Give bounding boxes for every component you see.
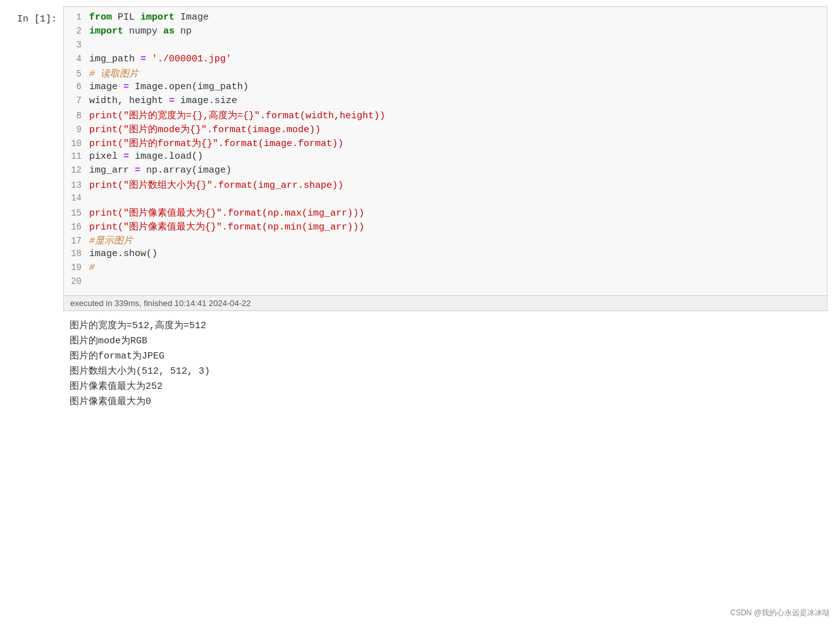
line-code <box>87 276 95 287</box>
code-cell: In [1]: 1from PIL import Image2import nu… <box>0 6 840 311</box>
line-code <box>87 193 95 204</box>
watermark: CSDN @我的心永远是冰冰哒 <box>730 608 830 618</box>
line-code: image = Image.open(img_path) <box>87 82 249 92</box>
line-code: print("图片的format为{}".format(image.format… <box>87 137 343 149</box>
plain-token: np.array(image) <box>140 165 232 176</box>
operator-token: = <box>169 95 175 106</box>
plain-token: Image <box>175 12 209 23</box>
line-number: 16 <box>64 222 87 232</box>
plain-token: image <box>89 82 123 92</box>
print-token: print("图片数组大小为{}".format(img_arr.shape)) <box>89 180 343 191</box>
code-line: 8print("图片的宽度为={},高度为={}".format(width,h… <box>64 109 827 123</box>
line-code: print("图片的mode为{}".format(image.mode)) <box>87 123 321 135</box>
plain-token <box>146 54 152 64</box>
code-line: 13print("图片数组大小为{}".format(img_arr.shape… <box>64 179 827 193</box>
operator-token: = <box>135 165 140 176</box>
line-number: 3 <box>64 40 87 50</box>
line-code: width, height = image.size <box>87 95 237 106</box>
keyword-token: from <box>89 12 112 23</box>
string-token: './000001.jpg' <box>152 54 232 64</box>
plain-token: PIL <box>112 12 140 23</box>
cell-content[interactable]: 1from PIL import Image2import numpy as n… <box>63 6 827 311</box>
code-line: 1from PIL import Image <box>64 12 827 26</box>
line-number: 11 <box>64 151 87 161</box>
print-token: print("图片像素值最大为{}".format(np.max(img_arr… <box>89 208 364 219</box>
operator-token: = <box>123 151 129 162</box>
line-code <box>87 40 95 51</box>
output-line: 图片的format为JPEG <box>70 349 834 364</box>
plain-token: image.size <box>175 95 237 106</box>
code-line: 5# 读取图片 <box>64 68 827 82</box>
line-code: img_path = './000001.jpg' <box>87 54 232 64</box>
code-line: 6image = Image.open(img_path) <box>64 82 827 95</box>
plain-token: img_path <box>89 54 140 64</box>
line-code: # 读取图片 <box>87 68 139 80</box>
comment-token: #显示图片 <box>89 236 133 247</box>
plain-token: np <box>175 26 192 37</box>
line-code: print("图片像素值最大为{}".format(np.min(img_arr… <box>87 221 364 233</box>
plain-token: pixel <box>89 151 123 162</box>
line-code: pixel = image.load() <box>87 151 203 162</box>
comment-token: # 读取图片 <box>89 69 139 80</box>
output-area: 图片的宽度为=512,高度为=512图片的mode为RGB图片的format为J… <box>0 311 840 417</box>
line-code: print("图片数组大小为{}".format(img_arr.shape)) <box>87 179 343 191</box>
code-line: 15print("图片像素值最大为{}".format(np.max(img_a… <box>64 207 827 221</box>
operator-token: = <box>123 82 129 92</box>
plain-token: image.show() <box>89 249 158 259</box>
line-code: img_arr = np.array(image) <box>87 165 232 176</box>
line-code: print("图片的宽度为={},高度为={}".format(width,he… <box>87 109 385 121</box>
code-line: 10print("图片的format为{}".format(image.form… <box>64 137 827 151</box>
line-number: 18 <box>64 249 87 259</box>
line-code: # <box>87 262 95 273</box>
cell-label: In [1]: <box>0 6 63 311</box>
line-number: 4 <box>64 54 87 64</box>
code-line: 7width, height = image.size <box>64 95 827 109</box>
line-number: 13 <box>64 180 87 190</box>
line-number: 2 <box>64 26 87 36</box>
line-number: 9 <box>64 125 87 135</box>
print-token: print("图片的mode为{}".format(image.mode)) <box>89 125 321 135</box>
line-number: 12 <box>64 165 87 175</box>
code-line: 17#显示图片 <box>64 235 827 249</box>
line-number: 7 <box>64 95 87 106</box>
line-number: 1 <box>64 12 87 22</box>
code-line: 12img_arr = np.array(image) <box>64 165 827 179</box>
print-token: print("图片的宽度为={},高度为={}".format(width,he… <box>89 111 385 121</box>
line-code: #显示图片 <box>87 235 133 247</box>
line-code: from PIL import Image <box>87 12 209 23</box>
plain-token: Image.open(img_path) <box>129 82 249 92</box>
keyword-token: import <box>140 12 175 23</box>
code-area: 1from PIL import Image2import numpy as n… <box>64 7 827 295</box>
code-line: 9print("图片的mode为{}".format(image.mode)) <box>64 123 827 137</box>
output-line: 图片的mode为RGB <box>70 334 834 349</box>
line-number: 14 <box>64 193 87 203</box>
code-line: 2import numpy as np <box>64 26 827 40</box>
comment-token: # <box>89 262 95 273</box>
plain-token: image.load() <box>129 151 203 162</box>
execution-info: executed in 339ms, finished 10:14:41 202… <box>64 295 827 310</box>
operator-token: = <box>140 54 146 64</box>
code-line: 18image.show() <box>64 249 827 262</box>
output-line: 图片像素值最大为252 <box>70 379 834 395</box>
print-token: print("图片像素值最大为{}".format(np.min(img_arr… <box>89 222 364 233</box>
line-code: import numpy as np <box>87 26 192 37</box>
notebook-container: In [1]: 1from PIL import Image2import nu… <box>0 0 840 424</box>
line-number: 20 <box>64 276 87 286</box>
line-number: 6 <box>64 82 87 92</box>
print-token: print("图片的format为{}".format(image.format… <box>89 138 343 149</box>
code-line: 11pixel = image.load() <box>64 151 827 165</box>
line-number: 17 <box>64 236 87 246</box>
line-number: 10 <box>64 138 87 149</box>
keyword-token: as <box>163 26 175 37</box>
plain-token: width, height <box>89 95 169 106</box>
line-code: print("图片像素值最大为{}".format(np.max(img_arr… <box>87 207 364 219</box>
code-line: 3 <box>64 40 827 54</box>
output-line: 图片的宽度为=512,高度为=512 <box>70 319 834 334</box>
output-line: 图片数组大小为(512, 512, 3) <box>70 364 834 379</box>
plain-token: numpy <box>123 26 163 37</box>
line-number: 19 <box>64 262 87 273</box>
code-line: 20 <box>64 276 827 290</box>
code-line: 19# <box>64 262 827 276</box>
line-code: image.show() <box>87 249 158 259</box>
line-number: 15 <box>64 208 87 218</box>
